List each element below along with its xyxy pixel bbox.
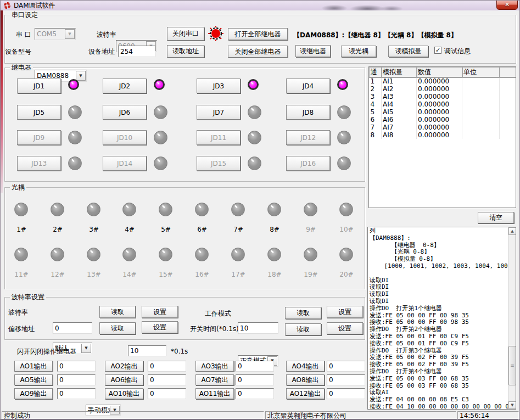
- ao1-value-input[interactable]: [57, 361, 96, 372]
- relay-jd13-indicator: [68, 156, 82, 170]
- scroll-down-icon[interactable]: ▼: [508, 401, 516, 409]
- relay-jd6-indicator: [154, 105, 167, 119]
- relay-jd10-indicator: [154, 131, 167, 144]
- status-message: 控制成功: [2, 411, 264, 420]
- log-panel[interactable]: 列 【DAM0888】: 【继电器 0-8】 【光耦 0-8】 【模拟量 0-8…: [367, 227, 516, 410]
- ao5-value-input[interactable]: [57, 374, 96, 385]
- opto-16-indicator: [195, 248, 209, 261]
- col-extra[interactable]: [500, 68, 516, 77]
- opto-6-indicator: [195, 203, 209, 216]
- ao6-value-input[interactable]: [148, 374, 186, 385]
- ao7-output-button[interactable]: AO7输出: [195, 374, 234, 385]
- ao6-output-button[interactable]: AO6输出: [105, 374, 143, 385]
- relay-jd1-indicator: [68, 79, 79, 90]
- log-scrollbar[interactable]: ▲ ≡ ▼: [508, 227, 516, 409]
- ao3-value-input[interactable]: [236, 361, 274, 372]
- offset-address-input[interactable]: [53, 322, 92, 334]
- open-all-relays-button[interactable]: 打开全部继电器: [228, 28, 288, 40]
- ao11-output-button[interactable]: AO11输出: [195, 388, 234, 399]
- ao12-output-button[interactable]: AO12输出: [286, 388, 325, 399]
- debug-info-checkbox[interactable]: ✓: [434, 47, 441, 54]
- switch-read-button[interactable]: 读取: [285, 323, 321, 335]
- relay-jd6-button[interactable]: JD6: [103, 105, 147, 120]
- opto-15-indicator: [159, 248, 172, 261]
- switch-time-label: 开关时间(*0.1s): [190, 325, 239, 333]
- switch-time-input[interactable]: [238, 322, 278, 334]
- ao10-output-button[interactable]: AO10输出: [105, 388, 143, 399]
- ao9-output-button[interactable]: AO9输出: [14, 388, 53, 399]
- opto-8-indicator: [267, 203, 281, 216]
- table-row: 5AI50.000000: [370, 108, 516, 116]
- ao2-output-button[interactable]: AO2输出: [105, 361, 143, 372]
- relay-jd7-indicator: [248, 105, 261, 119]
- workmode-set-button[interactable]: 设置: [327, 306, 363, 318]
- ao10-value-input[interactable]: [148, 388, 186, 399]
- relay-jd8-button[interactable]: JD8: [286, 105, 330, 120]
- opto-5-indicator: [159, 203, 172, 216]
- ao8-output-button[interactable]: AO8输出: [286, 374, 325, 385]
- ao3-output-button[interactable]: AO3输出: [195, 361, 234, 372]
- offset-read-button[interactable]: 读取: [99, 322, 136, 334]
- flash-time-input[interactable]: [128, 345, 166, 356]
- switch-set-button[interactable]: 设置: [327, 322, 363, 334]
- table-row: 3AI30.000000: [370, 93, 516, 100]
- scrollbar-thumb[interactable]: ≡: [508, 346, 516, 385]
- ao12-value-input[interactable]: [327, 388, 365, 399]
- window-left-edge: [1, 10, 3, 193]
- relay-jd5-indicator: [68, 105, 82, 119]
- ao9-value-input[interactable]: [57, 388, 96, 399]
- ao1-output-button[interactable]: AO1输出: [14, 361, 53, 372]
- serial-port-select: COM5 ▼: [35, 28, 76, 40]
- clear-log-button[interactable]: 清空: [478, 212, 514, 223]
- chevron-down-icon[interactable]: ▼: [81, 344, 91, 353]
- offset-set-button[interactable]: 设置: [142, 321, 178, 333]
- analog-table-header: 通 模拟量 数值 单位: [370, 68, 516, 77]
- relay-jd7-button[interactable]: JD7: [197, 105, 241, 120]
- opto-11-indicator: [14, 248, 28, 261]
- close-icon[interactable]: ✕: [496, 1, 518, 10]
- baud-set-button[interactable]: 设置: [142, 306, 178, 318]
- opto-9-indicator: [304, 203, 317, 216]
- col-channel[interactable]: 通: [370, 68, 382, 77]
- col-value[interactable]: 数值: [417, 68, 462, 77]
- relay-jd3-button[interactable]: JD3: [197, 79, 241, 93]
- device-address-input[interactable]: [118, 46, 155, 57]
- scroll-up-icon[interactable]: ▲: [508, 227, 516, 235]
- ao7-value-input[interactable]: [236, 374, 274, 385]
- opto-4-indicator: [122, 203, 136, 216]
- workmode-read-button[interactable]: 读取: [285, 307, 321, 319]
- relay-jd15-button: JD15: [197, 156, 241, 171]
- device-summary: 【DAM0888】:【继电器 8】【光耦 8】【模拟量 8】: [293, 31, 457, 39]
- ao5-output-button[interactable]: AO5输出: [14, 374, 53, 385]
- col-unit[interactable]: 单位: [462, 68, 500, 77]
- close-all-relays-button[interactable]: 关闭全部继电器: [228, 46, 288, 58]
- ao2-value-input[interactable]: [148, 361, 186, 372]
- ao4-output-button[interactable]: AO4输出: [286, 361, 325, 372]
- read-opto-button[interactable]: 读光耦: [341, 46, 376, 57]
- relay-jd14-button: JD14: [103, 156, 147, 171]
- table-row: 2AI20.000000: [370, 85, 516, 93]
- ao4-value-input[interactable]: [327, 361, 365, 372]
- log-text: 列 【DAM0888】: 【继电器 0-8】 【光耦 0-8】 【模拟量 0-8…: [368, 227, 516, 410]
- read-analog-button[interactable]: 读模拟量: [388, 46, 428, 57]
- ao11-value-input[interactable]: [236, 388, 274, 399]
- relay-jd4-button[interactable]: JD4: [286, 79, 330, 93]
- relay-jd4-indicator: [337, 79, 348, 90]
- close-serial-button[interactable]: 关闭串口: [167, 27, 204, 41]
- title-bar: DAM调试软件: [1, 1, 520, 10]
- serial-group-title: 串口设定: [10, 11, 40, 19]
- col-analog[interactable]: 模拟量: [382, 68, 417, 77]
- read-relays-button[interactable]: 读继电器: [295, 45, 331, 57]
- read-address-button[interactable]: 读取地址: [167, 45, 204, 58]
- opto-3-label: 3#: [83, 226, 105, 233]
- relay-jd1-button[interactable]: JD1: [17, 79, 61, 93]
- baud-group-title: 波特率设置: [10, 293, 46, 301]
- relay-jd13-button: JD13: [17, 156, 61, 171]
- baud-read-button[interactable]: 读取: [99, 306, 136, 318]
- serial-port-label: 串 口: [16, 31, 31, 38]
- relay-jd5-button[interactable]: JD5: [17, 105, 61, 120]
- relay-jd2-indicator: [154, 79, 165, 90]
- relay-jd2-button[interactable]: JD2: [103, 79, 147, 93]
- ao8-value-input[interactable]: [327, 374, 365, 385]
- opto-group-title: 光耦: [10, 183, 26, 192]
